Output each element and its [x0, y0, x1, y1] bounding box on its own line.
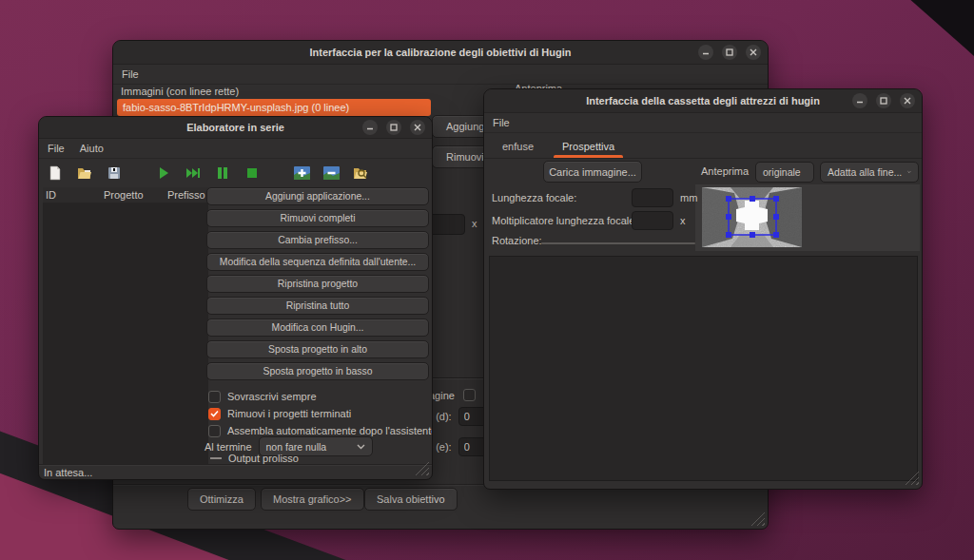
auto-stitch-checkbox[interactable]: [208, 425, 221, 437]
maximize-icon[interactable]: [386, 120, 401, 135]
open-project-button[interactable]: [76, 164, 93, 182]
window-title: Interfaccia per la calibrazione degli ob…: [113, 41, 768, 64]
change-prefix-button[interactable]: Cambia prefisso...: [206, 231, 429, 249]
add-image-icon: [294, 166, 310, 180]
overwrite-label: Sovrascrivi sempre: [227, 391, 317, 402]
image-checkbox[interactable]: [463, 389, 476, 401]
window-toolbox: Interfaccia della cassetta degli attrezz…: [483, 88, 923, 490]
options: Sovrascrivi sempre Rimuovi i progetti te…: [208, 390, 433, 437]
action-button-column: Aggiungi applicazione... Rimuovi complet…: [206, 187, 429, 380]
menu-file[interactable]: File: [122, 68, 139, 80]
remove-image-button[interactable]: [322, 164, 340, 182]
statusbar-separator: [39, 464, 432, 465]
minimize-icon[interactable]: [698, 45, 713, 60]
focal-length-unit: mm: [680, 192, 697, 203]
optimize-button[interactable]: Ottimizza: [187, 488, 256, 511]
remove-finished-label: Rimuovi i progetti terminati: [227, 408, 351, 419]
images-label: Immagini (con linee rette): [121, 86, 239, 97]
verbose-label: Output prolisso: [228, 453, 299, 464]
chevron-down-icon: [907, 169, 911, 175]
verbose-checkbox[interactable]: [210, 457, 222, 459]
focal-length-label: Lunghezza focale:: [492, 192, 632, 203]
rotation-label: Rotazione:: [492, 235, 542, 246]
load-image-button[interactable]: Carica immagine...: [543, 161, 642, 183]
minimize-icon[interactable]: [362, 120, 378, 135]
column-project[interactable]: Progetto: [104, 189, 144, 201]
move-project-down-button[interactable]: Sposta progetto in basso: [206, 362, 429, 380]
show-graph-button[interactable]: Mostra grafico>>: [261, 488, 364, 511]
edit-sequence-button[interactable]: Modifica della sequenza definita dall'ut…: [206, 253, 429, 271]
project-list[interactable]: [43, 203, 208, 464]
reset-project-button[interactable]: Ripristina progetto: [206, 275, 429, 293]
auto-stitch-label: Assembla automaticamente dopo l'assisten…: [227, 425, 433, 436]
add-image-button[interactable]: [293, 164, 310, 182]
menu-file[interactable]: File: [493, 117, 510, 128]
titlebar[interactable]: Interfaccia della cassetta degli attrezz…: [484, 89, 922, 113]
titlebar[interactable]: Elaboratore in serie: [39, 117, 432, 139]
tab-prospettiva[interactable]: Prospettiva: [550, 136, 627, 158]
tab-enfuse[interactable]: enfuse: [490, 136, 546, 158]
remove-complete-button[interactable]: Rimuovi completi: [206, 209, 429, 227]
preview-label: Anteprima: [701, 165, 749, 177]
chevron-down-icon: [357, 444, 365, 450]
menu-file[interactable]: File: [48, 143, 65, 154]
pause-batch-button[interactable]: [214, 164, 231, 182]
preview-scale-dropdown[interactable]: originale: [755, 162, 814, 183]
titlebar[interactable]: Interfaccia per la calibrazione degli ob…: [113, 41, 768, 65]
close-icon[interactable]: [410, 120, 425, 135]
new-file-icon: [48, 165, 63, 181]
open-folder-icon: [77, 165, 92, 181]
menubar: File: [484, 113, 922, 133]
window-batch-processor: Elaboratore in serie File Aiuto: [38, 116, 433, 480]
list-header: ID Progetto Prefisso de S: [43, 187, 208, 203]
maximize-icon[interactable]: [876, 93, 891, 108]
rotation-slider[interactable]: [541, 242, 695, 244]
column-id[interactable]: ID: [46, 189, 56, 201]
start-batch-button[interactable]: [155, 164, 172, 182]
skip-icon: [185, 165, 201, 181]
preview-fit-dropdown[interactable]: Adatta alla fine...: [820, 162, 919, 183]
move-project-up-button[interactable]: Sposta progetto in alto: [206, 340, 429, 358]
remove-image-icon: [323, 166, 340, 180]
menubar: File Aiuto: [39, 139, 432, 159]
close-icon[interactable]: [746, 45, 761, 60]
close-icon[interactable]: [900, 93, 915, 108]
reset-all-button[interactable]: Ripristina tutto: [206, 297, 429, 315]
skip-project-button[interactable]: [185, 164, 202, 182]
image-checkbox-label: agine: [429, 390, 455, 401]
resize-grip[interactable]: [750, 512, 765, 526]
edit-with-hugin-button[interactable]: Modifica con Hugin...: [206, 319, 429, 337]
unit-x-label: x: [472, 218, 477, 229]
when-done-label: Al termine: [205, 441, 252, 453]
save-icon: [107, 165, 122, 181]
crop-factor-unit: x: [680, 215, 686, 226]
save-project-button[interactable]: [106, 164, 123, 182]
selected-image-name: fabio-sasso-8BTrIdpHRMY-unsplash.jpg (0 …: [123, 102, 349, 113]
desktop: Interfaccia per la calibrazione degli ob…: [0, 0, 974, 560]
minimize-icon[interactable]: [852, 93, 867, 108]
perspective-canvas[interactable]: [489, 256, 918, 481]
stop-icon: [244, 165, 260, 181]
crop-factor-input[interactable]: [632, 211, 673, 230]
play-icon: [156, 165, 171, 181]
stop-batch-button[interactable]: [244, 164, 261, 182]
focal-length-input[interactable]: [632, 188, 673, 207]
search-folder-icon: [353, 165, 368, 181]
maximize-icon[interactable]: [722, 45, 737, 60]
add-application-button[interactable]: Aggiungi applicazione...: [206, 187, 429, 205]
toolbar: [39, 159, 432, 187]
menubar: File: [113, 65, 768, 85]
check-icon: [210, 410, 219, 417]
preview-thumbnail[interactable]: [702, 187, 802, 247]
remove-finished-checkbox[interactable]: [208, 408, 221, 420]
pause-icon: [215, 165, 230, 181]
crop-factor-label: Moltiplicatore lunghezza focale:: [492, 215, 632, 226]
status-text: In attesa...: [44, 467, 92, 478]
overwrite-checkbox[interactable]: [208, 391, 221, 403]
search-projects-button[interactable]: [352, 164, 369, 182]
save-lens-button[interactable]: Salva obiettivo: [364, 488, 458, 511]
menu-help[interactable]: Aiuto: [80, 143, 104, 154]
selected-image-row[interactable]: fabio-sasso-8BTrIdpHRMY-unsplash.jpg (0 …: [117, 99, 431, 116]
new-project-button[interactable]: [47, 164, 64, 182]
tab-bar: enfuse Prospettiva: [484, 133, 922, 159]
